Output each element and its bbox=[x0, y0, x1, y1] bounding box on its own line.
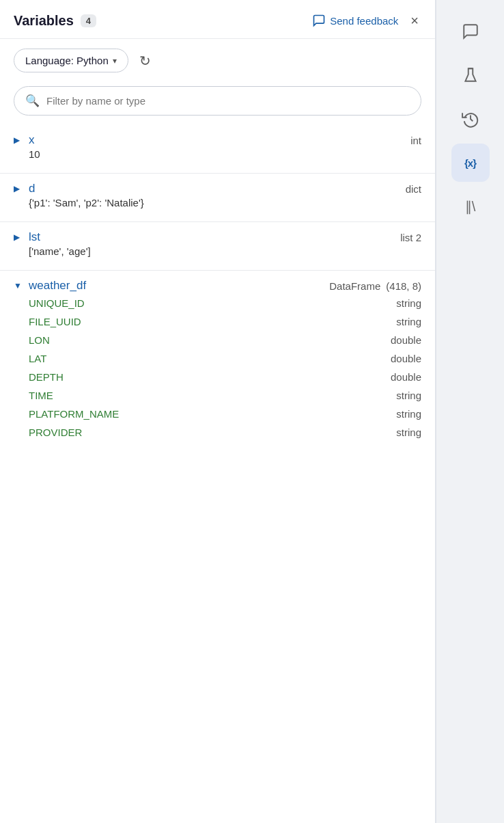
list-item: FILE_UUID string bbox=[14, 312, 421, 331]
field-type: double bbox=[391, 334, 421, 346]
field-type: string bbox=[396, 427, 421, 438]
variable-value: 10 bbox=[14, 148, 421, 160]
field-name: PROVIDER bbox=[29, 427, 396, 438]
variable-name: weather_df bbox=[29, 279, 86, 293]
variable-shape: (418, 8) bbox=[386, 280, 421, 292]
field-name: LON bbox=[29, 334, 391, 346]
chat-icon bbox=[462, 23, 479, 40]
filter-input[interactable] bbox=[46, 95, 410, 107]
variable-x-header: ▶ x int bbox=[14, 133, 421, 147]
field-type: double bbox=[391, 371, 421, 383]
list-item: ▶ lst list 2 ['name', 'age'] bbox=[0, 225, 435, 267]
expand-icon[interactable]: ▼ bbox=[14, 281, 23, 291]
panel-title: Variables bbox=[14, 13, 74, 29]
chevron-down-icon: ▾ bbox=[113, 56, 117, 66]
field-type: string bbox=[396, 408, 421, 420]
beaker-icon bbox=[462, 66, 479, 84]
field-name: PLATFORM_NAME bbox=[29, 408, 396, 420]
variable-type: list 2 bbox=[400, 232, 421, 243]
dataframe-fields: UNIQUE_ID string FILE_UUID string LON do… bbox=[0, 294, 435, 442]
history-sidebar-button[interactable] bbox=[451, 100, 490, 138]
variable-type: dict bbox=[406, 183, 421, 195]
refresh-button[interactable]: ↻ bbox=[137, 50, 154, 72]
field-type: string bbox=[396, 316, 421, 327]
field-name: FILE_UUID bbox=[29, 316, 396, 327]
variable-d-header: ▶ d dict bbox=[14, 182, 421, 195]
list-item: LAT double bbox=[14, 349, 421, 368]
field-type: double bbox=[391, 353, 421, 364]
variable-name: lst bbox=[29, 230, 400, 244]
sidebar: {x} ∥\ bbox=[436, 0, 504, 823]
divider bbox=[0, 173, 435, 174]
field-type: string bbox=[396, 297, 421, 309]
field-name: TIME bbox=[29, 390, 396, 401]
variable-type: DataFrame bbox=[329, 280, 380, 292]
list-item: LON double bbox=[14, 331, 421, 349]
variable-value: {'p1': 'Sam', 'p2': 'Natalie'} bbox=[14, 197, 421, 208]
list-item: DEPTH double bbox=[14, 368, 421, 386]
field-name: UNIQUE_ID bbox=[29, 297, 396, 309]
variables-panel: Variables 4 Send feedback × Language: Py… bbox=[0, 0, 436, 823]
list-item: UNIQUE_ID string bbox=[14, 294, 421, 312]
toolbar: Language: Python ▾ ↻ bbox=[0, 39, 435, 79]
history-icon bbox=[462, 110, 479, 128]
field-name: DEPTH bbox=[29, 371, 391, 383]
variable-weather-df-header: ▼ weather_df DataFrame (418, 8) bbox=[0, 273, 435, 294]
expand-icon[interactable]: ▶ bbox=[14, 135, 23, 145]
variables-icon: {x} bbox=[464, 157, 476, 169]
send-feedback-button[interactable]: Send feedback bbox=[312, 14, 398, 27]
list-item: ▶ d dict {'p1': 'Sam', 'p2': 'Natalie'} bbox=[0, 176, 435, 219]
panel-header: Variables 4 Send feedback × bbox=[0, 0, 435, 39]
filter-bar: 🔍 bbox=[14, 86, 421, 116]
beaker-sidebar-button[interactable] bbox=[451, 56, 490, 94]
variables-sidebar-button[interactable]: {x} bbox=[451, 144, 490, 182]
variable-type: int bbox=[410, 135, 421, 146]
expand-icon[interactable]: ▶ bbox=[14, 232, 23, 242]
variables-list: ▶ x int 10 ▶ d dict {'p1': 'Sam', 'p2': … bbox=[0, 121, 435, 823]
expand-icon[interactable]: ▶ bbox=[14, 184, 23, 193]
columns-icon: ∥\ bbox=[465, 198, 476, 215]
variable-name: x bbox=[29, 133, 410, 147]
language-label: Language: Python bbox=[25, 55, 109, 66]
field-name: LAT bbox=[29, 353, 391, 364]
divider bbox=[0, 221, 435, 222]
close-button[interactable]: × bbox=[408, 12, 421, 29]
variable-name: d bbox=[29, 182, 406, 195]
list-item: PLATFORM_NAME string bbox=[14, 405, 421, 423]
list-item: TIME string bbox=[14, 386, 421, 405]
list-item: PROVIDER string bbox=[14, 423, 421, 442]
variable-count-badge: 4 bbox=[81, 14, 96, 27]
list-item: ▶ x int 10 bbox=[0, 128, 435, 170]
divider bbox=[0, 270, 435, 271]
chat-sidebar-button[interactable] bbox=[451, 12, 490, 51]
columns-sidebar-button[interactable]: ∥\ bbox=[451, 187, 490, 226]
feedback-icon bbox=[312, 14, 326, 27]
language-selector[interactable]: Language: Python ▾ bbox=[14, 49, 128, 72]
variable-value: ['name', 'age'] bbox=[14, 245, 421, 257]
variable-lst-header: ▶ lst list 2 bbox=[14, 230, 421, 244]
field-type: string bbox=[396, 390, 421, 401]
search-icon: 🔍 bbox=[25, 94, 40, 108]
